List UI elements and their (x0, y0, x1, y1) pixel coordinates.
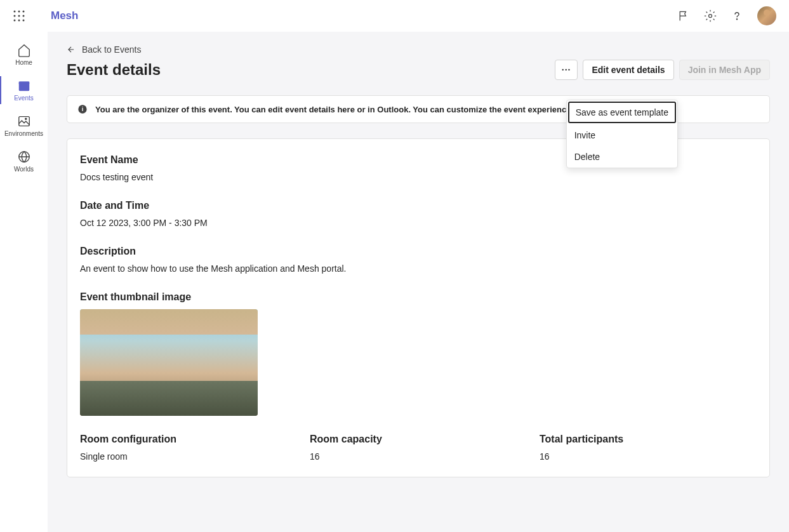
svg-rect-13 (18, 117, 29, 126)
arrow-left-icon (67, 45, 76, 54)
app-launcher-icon[interactable] (13, 10, 25, 22)
sidebar-item-worlds[interactable]: Worlds (0, 143, 48, 179)
calendar-icon (17, 79, 31, 93)
info-icon: i (77, 104, 88, 114)
help-icon[interactable] (731, 10, 743, 22)
event-thumbnail-image (80, 309, 258, 416)
flag-icon[interactable] (677, 10, 690, 22)
event-details-card: Event Name Docs testing event Date and T… (67, 138, 770, 477)
room-config-label: Room configuration (80, 434, 297, 445)
svg-point-3 (14, 15, 16, 17)
svg-text:i: i (82, 106, 84, 112)
description-label: Description (80, 246, 757, 257)
description-value: An event to show how to use the Mesh app… (80, 263, 757, 274)
page-title: Event details (67, 61, 161, 79)
content-area: Back to Events Event details ··· Edit ev… (48, 32, 789, 532)
svg-rect-12 (18, 82, 29, 84)
svg-point-1 (18, 10, 20, 12)
edit-event-button[interactable]: Edit event details (583, 60, 673, 80)
banner-text: You are the organizer of this event. You… (95, 105, 624, 114)
datetime-label: Date and Time (80, 200, 757, 211)
svg-point-7 (18, 19, 20, 21)
svg-point-2 (23, 10, 25, 12)
more-options-button[interactable]: ··· (555, 60, 578, 80)
svg-point-0 (14, 10, 16, 12)
room-config-value: Single room (80, 451, 297, 462)
svg-point-5 (23, 15, 25, 17)
svg-point-14 (25, 118, 26, 119)
globe-icon (17, 150, 31, 164)
sidebar-item-environments[interactable]: Environments (0, 108, 48, 143)
svg-point-4 (18, 15, 20, 17)
room-capacity-label: Room capacity (310, 434, 527, 445)
user-avatar[interactable] (757, 6, 776, 25)
environments-icon (17, 114, 31, 128)
ellipsis-icon: ··· (562, 65, 571, 75)
event-name-value: Docs testing event (80, 172, 757, 182)
total-participants-label: Total participants (540, 434, 757, 445)
sidebar: Home Events Environments (0, 32, 48, 532)
settings-icon[interactable] (704, 10, 717, 22)
svg-point-6 (14, 19, 16, 21)
svg-point-10 (736, 18, 737, 19)
svg-point-8 (23, 19, 25, 21)
svg-point-9 (709, 14, 712, 17)
sidebar-item-home[interactable]: Home (0, 37, 48, 72)
dropdown-item-delete[interactable]: Delete (567, 146, 677, 168)
top-bar: Mesh (0, 0, 789, 32)
more-options-dropdown: Save as event template Invite Delete (566, 100, 678, 168)
total-participants-value: 16 (540, 451, 757, 462)
dropdown-item-invite[interactable]: Invite (567, 124, 677, 146)
datetime-value: Oct 12 2023, 3:00 PM - 3:30 PM (80, 218, 757, 228)
join-mesh-app-button[interactable]: Join in Mesh App (679, 60, 770, 80)
home-icon (17, 43, 31, 57)
back-to-events-link[interactable]: Back to Events (67, 44, 770, 55)
room-capacity-value: 16 (310, 451, 527, 462)
sidebar-item-events[interactable]: Events (0, 72, 48, 108)
thumbnail-label: Event thumbnail image (80, 291, 757, 303)
dropdown-item-save-template[interactable]: Save as event template (568, 102, 676, 123)
app-title: Mesh (51, 10, 78, 22)
